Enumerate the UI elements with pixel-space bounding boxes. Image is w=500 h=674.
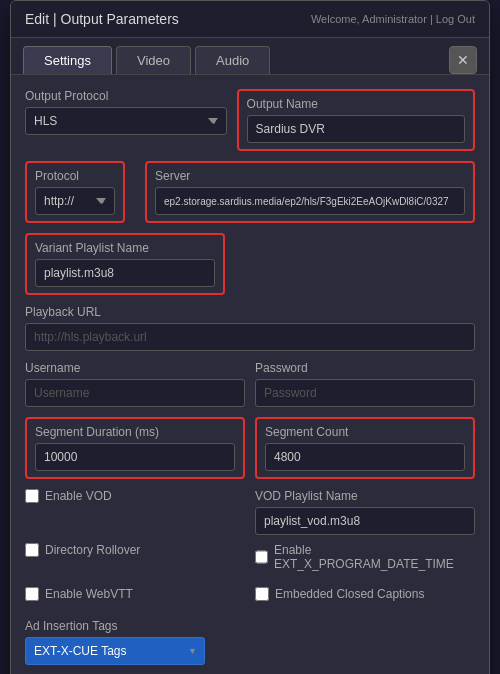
segment-row: Segment Duration (ms) Segment Count	[25, 417, 475, 479]
user-pass-row: Username Password	[25, 361, 475, 407]
directory-rollover-group: Directory Rollover	[25, 543, 245, 579]
embedded-closed-captions-group: Embedded Closed Captions	[255, 587, 475, 609]
protocol-label: Protocol	[35, 169, 115, 183]
segment-duration-input[interactable]	[35, 443, 235, 471]
output-protocol-label: Output Protocol	[25, 89, 227, 103]
dialog-title: Edit | Output Parameters	[25, 11, 179, 27]
vod-playlist-name-group: VOD Playlist Name	[255, 489, 475, 535]
password-input[interactable]	[255, 379, 475, 407]
top-right-info: Welcome, Administrator | Log Out	[311, 13, 475, 25]
ad-insertion-tags-select[interactable]: EXT-X-CUE Tags	[25, 637, 205, 665]
directory-rollover-checkbox-row: Directory Rollover	[25, 543, 245, 557]
playback-url-input[interactable]	[25, 323, 475, 351]
password-group: Password	[255, 361, 475, 407]
protocol-select[interactable]: http://	[35, 187, 115, 215]
enable-ext-group: Enable EXT_X_PROGRAM_DATE_TIME	[255, 543, 475, 579]
output-name-label: Output Name	[247, 97, 465, 111]
variant-playlist-label: Variant Playlist Name	[35, 241, 215, 255]
enable-webvtt-group: Enable WebVTT	[25, 587, 245, 609]
server-input[interactable]	[155, 187, 465, 215]
rollover-ext-row: Directory Rollover Enable EXT_X_PROGRAM_…	[25, 543, 475, 579]
segment-count-group: Segment Count	[255, 417, 475, 479]
ad-insertion-tags-select-wrap[interactable]: EXT-X-CUE Tags	[25, 637, 205, 665]
enable-vod-group: Enable VOD	[25, 489, 245, 535]
ad-insertion-tags-group: Ad Insertion Tags EXT-X-CUE Tags	[25, 619, 475, 665]
playback-url-group: Playback URL	[25, 305, 475, 351]
embedded-closed-captions-checkbox-row: Embedded Closed Captions	[255, 587, 475, 601]
vod-row: Enable VOD VOD Playlist Name	[25, 489, 475, 535]
enable-ext-label: Enable EXT_X_PROGRAM_DATE_TIME	[274, 543, 475, 571]
output-protocol-select-wrap[interactable]: HLS	[25, 107, 227, 135]
tab-bar: Settings Video Audio ✕	[11, 38, 489, 75]
server-group: Server	[145, 161, 475, 223]
username-group: Username	[25, 361, 245, 407]
playback-url-label: Playback URL	[25, 305, 475, 319]
vod-playlist-name-input[interactable]	[255, 507, 475, 535]
password-label: Password	[255, 361, 475, 375]
segment-duration-label: Segment Duration (ms)	[35, 425, 235, 439]
directory-rollover-label: Directory Rollover	[45, 543, 140, 557]
ad-insertion-tags-label: Ad Insertion Tags	[25, 619, 475, 633]
variant-playlist-input[interactable]	[35, 259, 215, 287]
segment-count-label: Segment Count	[265, 425, 465, 439]
username-input[interactable]	[25, 379, 245, 407]
webvtt-captions-row: Enable WebVTT Embedded Closed Captions	[25, 587, 475, 609]
variant-playlist-row: Variant Playlist Name	[25, 233, 475, 295]
output-protocol-group: Output Protocol HLS	[25, 89, 227, 135]
tab-video[interactable]: Video	[116, 46, 191, 74]
protocol-select-wrap[interactable]: http://	[35, 187, 115, 215]
enable-ext-checkbox-row: Enable EXT_X_PROGRAM_DATE_TIME	[255, 543, 475, 571]
tab-settings[interactable]: Settings	[23, 46, 112, 74]
protocol-server-row: Protocol http:// Server	[25, 161, 475, 223]
dialog: Edit | Output Parameters Welcome, Admini…	[10, 0, 490, 674]
username-label: Username	[25, 361, 245, 375]
enable-vod-label: Enable VOD	[45, 489, 112, 503]
vod-playlist-name-label: VOD Playlist Name	[255, 489, 475, 503]
close-button[interactable]: ✕	[449, 46, 477, 74]
output-name-input[interactable]	[247, 115, 465, 143]
title-bar: Edit | Output Parameters Welcome, Admini…	[11, 1, 489, 38]
enable-webvtt-label: Enable WebVTT	[45, 587, 133, 601]
directory-rollover-checkbox[interactable]	[25, 543, 39, 557]
segment-count-input[interactable]	[265, 443, 465, 471]
variant-playlist-group: Variant Playlist Name	[25, 233, 225, 295]
enable-webvtt-checkbox-row: Enable WebVTT	[25, 587, 245, 601]
settings-content: Output Protocol HLS Output Name Protocol…	[11, 75, 489, 674]
enable-vod-checkbox-row: Enable VOD	[25, 489, 245, 503]
enable-vod-checkbox[interactable]	[25, 489, 39, 503]
embedded-closed-captions-checkbox[interactable]	[255, 587, 269, 601]
server-label: Server	[155, 169, 465, 183]
output-name-group: Output Name	[237, 89, 475, 151]
protocol-group: Protocol http://	[25, 161, 125, 223]
enable-webvtt-checkbox[interactable]	[25, 587, 39, 601]
segment-duration-group: Segment Duration (ms)	[25, 417, 245, 479]
enable-ext-checkbox[interactable]	[255, 550, 268, 564]
embedded-closed-captions-label: Embedded Closed Captions	[275, 587, 424, 601]
protocol-outputname-row: Output Protocol HLS Output Name	[25, 89, 475, 151]
tab-audio[interactable]: Audio	[195, 46, 270, 74]
output-protocol-select[interactable]: HLS	[25, 107, 227, 135]
